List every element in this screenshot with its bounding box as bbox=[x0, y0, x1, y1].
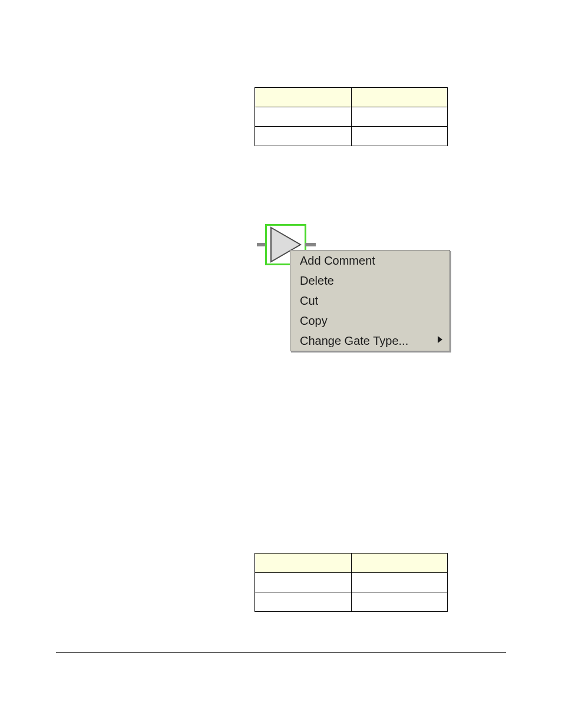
table-cell bbox=[351, 107, 448, 127]
table-cell bbox=[255, 573, 352, 592]
table-cell bbox=[351, 592, 448, 612]
table-row bbox=[255, 573, 448, 592]
menu-item-change-gate-type[interactable]: Change Gate Type... bbox=[290, 331, 449, 351]
table-row bbox=[255, 592, 448, 612]
truth-table-2 bbox=[254, 553, 448, 612]
menu-item-label: Delete bbox=[300, 274, 334, 287]
menu-item-label: Change Gate Type... bbox=[300, 334, 408, 347]
table-cell bbox=[351, 127, 448, 146]
menu-item-label: Add Comment bbox=[300, 254, 375, 267]
table-row bbox=[255, 107, 448, 127]
menu-item-delete[interactable]: Delete bbox=[290, 271, 449, 291]
table-row bbox=[255, 554, 448, 573]
gate-output-pin bbox=[305, 243, 316, 246]
table-row bbox=[255, 127, 448, 146]
table-cell bbox=[255, 127, 352, 146]
menu-item-cut[interactable]: Cut bbox=[290, 291, 449, 311]
submenu-arrow-icon bbox=[438, 336, 442, 343]
table-header bbox=[351, 88, 448, 107]
context-menu: Add Comment Delete Cut Copy Change Gate … bbox=[290, 250, 450, 351]
menu-item-label: Copy bbox=[300, 314, 328, 327]
table-header bbox=[255, 88, 352, 107]
table-header bbox=[351, 554, 448, 573]
menu-item-copy[interactable]: Copy bbox=[290, 311, 449, 331]
page-root: Add Comment Delete Cut Copy Change Gate … bbox=[0, 0, 562, 728]
table-cell bbox=[255, 592, 352, 612]
table-row bbox=[255, 88, 448, 107]
footer-divider bbox=[56, 652, 506, 653]
table-cell bbox=[351, 573, 448, 592]
truth-table-1 bbox=[254, 87, 448, 146]
menu-item-label: Cut bbox=[300, 294, 318, 307]
table-cell bbox=[255, 107, 352, 127]
menu-item-add-comment[interactable]: Add Comment bbox=[290, 251, 449, 271]
table-header bbox=[255, 554, 352, 573]
